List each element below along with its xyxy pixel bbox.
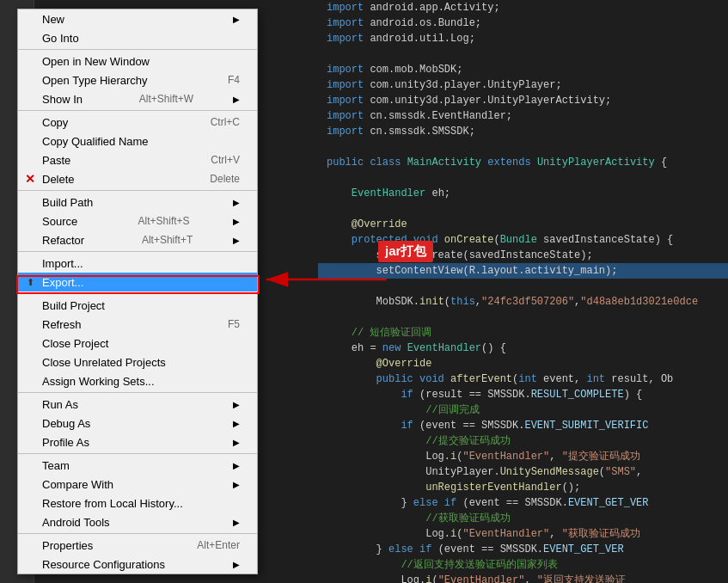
code-line: Log.i("EventHandler", "获取验证码成功 [318,526,728,542]
menu-item-import[interactable]: Import... [18,254,257,273]
code-line: //获取验证码成功 [318,511,728,526]
menu-item-android-tools-label: Android Tools [42,516,110,529]
code-line: @Override [318,356,728,371]
shortcut-properties: Alt+Enter [180,539,240,551]
shortcut-show-in: Alt+Shift+W [122,93,193,105]
menu-item-copy-qualified[interactable]: Copy Qualified Name [18,132,257,150]
code-line: import cn.smssdk.EventHandler; [318,108,728,124]
shortcut-refactor: Alt+Shift+T [125,234,193,246]
separator [18,453,257,454]
arrow-icon-resource: ▶ [233,560,240,569]
menu-item-close-unrelated[interactable]: Close Unrelated Projects [18,353,257,371]
menu-item-profile-as[interactable]: Profile As ▶ [18,433,257,451]
menu-item-copy-qualified-label: Copy Qualified Name [42,135,149,148]
context-menu: New ▶ Go Into Open in New Window Open Ty… [17,9,258,574]
code-line: //回调完成 [318,402,728,418]
menu-item-open-type-hierarchy[interactable]: Open Type Hierarchy F4 [18,71,257,89]
menu-item-restore-local-label: Restore from Local History... [42,497,183,510]
separator [18,293,257,294]
menu-item-go-into-label: Go Into [42,32,79,45]
menu-item-debug-as[interactable]: Debug As ▶ [18,414,257,433]
menu-item-properties[interactable]: Properties Alt+Enter [18,536,257,555]
code-line: import android.app.Activity; [318,0,728,15]
menu-item-open-new-window-label: Open in New Window [42,55,150,68]
arrow-icon-android-tools: ▶ [233,518,240,527]
code-line: super.onCreate(savedInstanceState); [318,248,728,263]
menu-item-new[interactable]: New ▶ [18,9,257,28]
menu-item-source[interactable]: Source Alt+Shift+S ▶ [18,212,257,230]
export-icon: ⬆ [27,277,34,288]
menu-item-restore-local[interactable]: Restore from Local History... [18,494,257,512]
shortcut-refresh: F5 [211,318,240,330]
arrow-icon-compare: ▶ [233,480,240,489]
menu-item-profile-as-label: Profile As [42,436,89,449]
code-line: UnityPlayer.UnitySendMessage("SMS", [318,464,728,480]
menu-item-refactor[interactable]: Refactor Alt+Shift+T ▶ [18,230,257,249]
code-line [318,139,728,155]
menu-item-new-label: New [42,13,64,26]
menu-item-paste-label: Paste [42,154,70,167]
menu-item-build-project[interactable]: Build Project [18,296,257,315]
menu-item-open-type-hierarchy-label: Open Type Hierarchy [42,74,148,87]
separator [18,49,257,50]
menu-item-refresh-label: Refresh [42,318,82,331]
menu-item-close-project-label: Close Project [42,337,108,350]
code-line: // 短信验证回调 [318,325,728,341]
menu-item-build-path-label: Build Path [42,196,93,209]
menu-item-open-new-window[interactable]: Open in New Window [18,52,257,71]
menu-item-paste[interactable]: Paste Ctrl+V [18,150,257,169]
menu-item-show-in[interactable]: Show In Alt+Shift+W ▶ [18,89,257,108]
code-line: import com.mob.MobSDK; [318,62,728,77]
arrow-icon-show-in: ▶ [233,95,240,104]
code-line [318,201,728,217]
shortcut-copy: Ctrl+C [193,116,240,128]
menu-item-import-label: Import... [42,257,83,270]
menu-item-run-as[interactable]: Run As ▶ [18,395,257,414]
export-icon-area: ⬆ [21,277,39,288]
arrow-icon-run-as: ▶ [233,400,240,409]
code-line: import android.util.Log; [318,31,728,46]
menu-item-compare-with-label: Compare With [42,478,113,491]
menu-item-build-path[interactable]: Build Path ▶ [18,193,257,212]
code-line [318,279,728,294]
arrow-icon: ▶ [233,15,240,24]
menu-item-team-label: Team [42,459,70,472]
menu-item-properties-label: Properties [42,539,93,552]
arrow-icon-build-path: ▶ [233,198,240,207]
menu-item-assign-working-sets[interactable]: Assign Working Sets... [18,371,257,390]
code-line: import android.os.Bundle; [318,15,728,31]
shortcut-f4: F4 [211,74,240,86]
menu-item-go-into[interactable]: Go Into [18,28,257,47]
code-line: protected void onCreate(Bundle savedInst… [318,232,728,248]
code-line [318,46,728,62]
code-editor: import android.app.Activity; import andr… [318,0,728,583]
code-line [318,170,728,186]
arrow-icon-debug-as: ▶ [233,419,240,428]
code-line: Log.i("EventHandler", "提交验证码成功 [318,449,728,464]
menu-item-export[interactable]: ⬆ Export... [18,273,257,292]
menu-item-close-project[interactable]: Close Project [18,334,257,353]
code-line: if (result == SMSSDK.RESULT_COMPLETE) { [318,387,728,402]
menu-item-refresh[interactable]: Refresh F5 [18,315,257,334]
menu-item-copy[interactable]: Copy Ctrl+C [18,113,257,132]
code-line: EventHandler eh; [318,186,728,201]
delete-icon-area: ✕ [21,172,39,186]
separator [18,190,257,191]
code-line: } else if (event == SMSSDK.EVENT_GET_VER [318,542,728,557]
menu-item-export-label: Export... [42,276,83,289]
menu-item-resource-config[interactable]: Resource Configurations ▶ [18,555,257,574]
separator [18,251,257,252]
code-line: @Override [318,217,728,232]
menu-item-android-tools[interactable]: Android Tools ▶ [18,512,257,531]
shortcut-source: Alt+Shift+S [121,215,190,227]
separator [18,533,257,534]
code-line: eh = new EventHandler() { [318,341,728,356]
menu-item-delete-label: Delete [42,173,75,186]
arrow-icon-source: ▶ [233,217,240,226]
menu-item-compare-with[interactable]: Compare With ▶ [18,475,257,494]
code-line: public class MainActivity extends UnityP… [318,155,728,170]
menu-item-delete[interactable]: ✕ Delete Delete [18,169,257,188]
separator [18,110,257,111]
arrow-icon-refactor: ▶ [233,236,240,245]
menu-item-team[interactable]: Team ▶ [18,456,257,475]
